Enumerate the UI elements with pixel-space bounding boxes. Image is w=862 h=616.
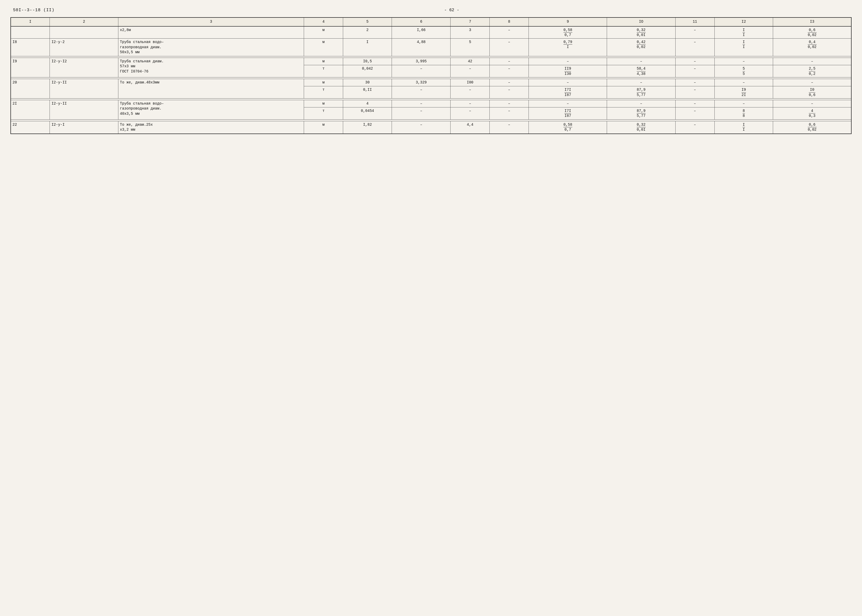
cell-11: – [675,86,714,98]
table-row: I9 I2-y-I2 Труба стальная диам.57х3 ммГО… [11,58,851,65]
page-number: - 62 - [444,8,459,13]
cell-unit: м [304,79,343,86]
cell-unit: м [304,58,343,65]
cell-unit: м [304,100,343,107]
cell-desc: Труба стальная водо–газопроводная диам.4… [118,100,304,119]
cell-7: 42 [451,58,490,65]
cell-num: 22 [11,121,50,134]
th-13: I3 [773,17,851,26]
cell-12: I92I [714,86,773,98]
cell-desc: То же, диам.48х3мм [118,79,304,98]
main-table: I 2 3 4 5 6 7 8 9 IO 11 I2 I3 x2,8м м 2 … [11,17,851,134]
cell-code: I2-y-II [50,79,118,98]
th-3: 3 [118,17,304,26]
cell-10: 0,420,02 [607,38,675,56]
pre-row: x2,8м м 2 I,66 3 – 0,580,7 0,320,0I – II… [11,26,851,39]
cell-12: II [714,38,773,56]
cell-num: 2I [11,100,50,119]
table-row: 2I I2-y-II Труба стальная водо–газопрово… [11,100,851,107]
cell-code [50,26,118,39]
cell-12: II [714,121,773,134]
cell-5: 0,042 [343,65,392,77]
cell-10: 87,95,77 [607,86,675,98]
cell-5: 0,II [343,86,392,98]
cell-9: II9I30 [529,65,607,77]
cell-code: I2-y·2 [50,38,118,56]
cell-unit: м [304,38,343,56]
th-7: 7 [451,17,490,26]
header-row: I 2 3 4 5 6 7 8 9 IO 11 I2 I3 [11,17,851,26]
th-11: 11 [675,17,714,26]
cell-9: I7II87 [529,107,607,119]
cell-12: – [714,58,773,65]
cell-6: – [392,100,451,107]
cell-5: 0,0454 [343,107,392,119]
th-12: I2 [714,17,773,26]
cell-7: 4,4 [451,121,490,134]
cell-8: – [490,26,529,39]
cell-11: – [675,100,714,107]
cell-5: 30 [343,79,392,86]
cell-5: I0,5 [343,58,392,65]
cell-9: 0,79I [529,38,607,56]
cell-unit: м [304,121,343,134]
cell-10: – [607,58,675,65]
cell-8: – [490,100,529,107]
cell-10: 58,44,38 [607,65,675,77]
cell-6: 3,329 [392,79,451,86]
cell-12: 55 [714,65,773,77]
cell-12: – [714,100,773,107]
cell-11: – [675,79,714,86]
cell-13: 0,60,02 [773,26,851,39]
th-1: I [11,17,50,26]
table-row: 20 I2-y-II То же, диам.48х3мм м 30 3,329… [11,79,851,86]
cell-11: – [675,107,714,119]
cell-9: – [529,79,607,86]
cell-10: 0,320,0I [607,26,675,39]
cell-12: II [714,26,773,39]
cell-8: – [490,79,529,86]
cell-13: – [773,100,851,107]
cell-10: – [607,79,675,86]
cell-8: – [490,107,529,119]
cell-8: – [490,121,529,134]
th-10: IO [607,17,675,26]
cell-6: – [392,121,451,134]
th-5: 5 [343,17,392,26]
th-6: 6 [392,17,451,26]
cell-unit: т [304,65,343,77]
cell-num: I8 [11,38,50,56]
cell-6: 3,995 [392,58,451,65]
cell-12: – [714,79,773,86]
cell-7: – [451,86,490,98]
cell-8: – [490,65,529,77]
cell-6: – [392,107,451,119]
cell-6: I,66 [392,26,451,39]
cell-5: I [343,38,392,56]
cell-11: – [675,26,714,39]
cell-code: I2-y-I [50,121,118,134]
table-row: I8 I2-y·2 Труба стальная водо–газопровод… [11,38,851,56]
cell-8: – [490,86,529,98]
th-2: 2 [50,17,118,26]
cell-13: 2,50,2 [773,65,851,77]
cell-13: – [773,79,851,86]
cell-13: 0,60,02 [773,121,851,134]
cell-8: – [490,38,529,56]
cell-9: 0,580,7 [529,26,607,39]
cell-7: 5 [451,38,490,56]
cell-11: – [675,121,714,134]
doc-number: 50I--3--18 (II) [13,8,55,13]
cell-7: 3 [451,26,490,39]
cell-6: – [392,65,451,77]
cell-8: – [490,58,529,65]
cell-10: – [607,100,675,107]
cell-num: 20 [11,79,50,98]
cell-13: 0,40,02 [773,38,851,56]
table-row: 22 I2-y-I То же, диам.25хх3,2 мм м I,82 … [11,121,851,134]
cell-7: I00 [451,79,490,86]
cell-9: – [529,58,607,65]
cell-code: I2-y-I2 [50,58,118,77]
cell-desc: Труба стальная водо–газопроводная диам.5… [118,38,304,56]
cell-unit: м [304,26,343,39]
